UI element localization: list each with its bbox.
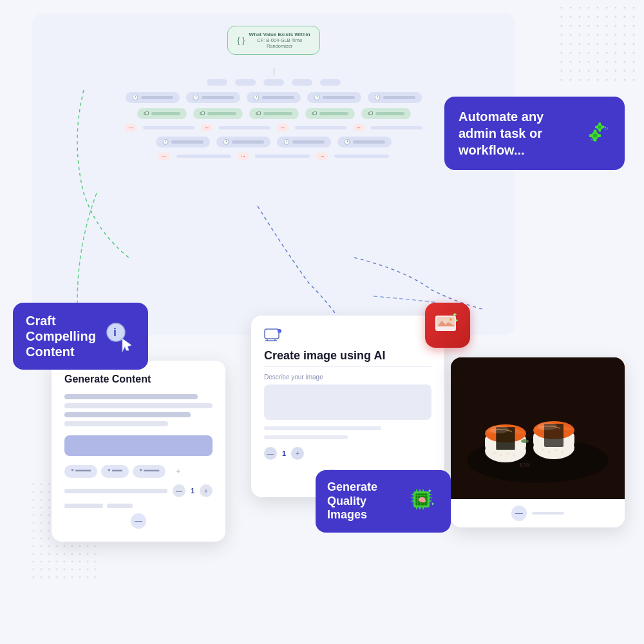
workflow-tag-node: 🏷 [137,108,187,119]
workflow-top-node: { } What Value Exists Within CF: B-004-G… [227,26,319,55]
svg-text:↺: ↺ [591,137,594,142]
workflow-clock-node: 🕐 [368,92,422,103]
workflow-red-node: ··· [316,153,328,160]
svg-rect-1 [560,6,638,84]
ai-image-icon-box: ✦ ✦ [425,303,470,348]
describe-input[interactable] [264,384,431,420]
workflow-pill [292,79,312,86]
card-minus-button[interactable]: — [131,513,146,529]
ai-chip-icon: 🧠 ✦ ✦ [407,485,439,517]
content-textarea[interactable] [64,435,213,456]
svg-text:✦: ✦ [452,311,457,318]
workflow-clock-node: 🕐 [216,137,270,147]
svg-point-77 [521,439,529,443]
divider [264,366,431,367]
img-counter-plus[interactable]: + [291,447,304,460]
main-container: { } What Value Exists Within CF: B-004-G… [0,0,644,644]
svg-rect-13 [598,134,601,137]
craft-badge-text: Craft Compelling Content [26,313,98,359]
svg-point-3 [598,126,601,129]
chip-3[interactable]: ● ▬▬▬ [133,465,166,478]
svg-point-73 [542,449,544,451]
workflow-panel: { } What Value Exists Within CF: B-004-G… [32,13,515,335]
workflow-red-node: ··· [277,124,289,131]
svg-point-69 [494,452,496,454]
workflow-red-node: ··· [125,124,137,131]
svg-text:✦: ✦ [455,318,459,323]
content-line [64,394,198,399]
svg-text:✦: ✦ [428,488,432,494]
card-bottom-row: — [64,513,213,529]
workflow-pill [207,79,227,86]
svg-point-75 [555,450,557,451]
svg-text:KNS: KNS [520,462,530,468]
svg-point-76 [562,451,564,453]
img-counter-value: 1 [282,450,286,457]
svg-point-68 [538,422,557,430]
svg-rect-27 [265,329,279,339]
svg-rect-4 [598,122,601,126]
create-image-title: Create image using AI [264,349,431,363]
workflow-clock-node: 🕐 [337,137,392,147]
workflow-clock-node: 🕐 [186,92,240,103]
svg-rect-10 [594,130,597,133]
svg-rect-5 [598,129,601,132]
craft-badge: Craft Compelling Content i [13,303,148,370]
content-line [64,412,191,417]
counter-row: — 1 + [64,484,213,497]
svg-rect-7 [601,126,605,129]
counter-plus-btn[interactable]: + [200,484,213,497]
workflow-pill [235,79,256,86]
workflow-red-node: ··· [238,153,249,160]
workflow-clock-node: 🕐 [247,92,301,103]
svg-point-24 [450,318,452,321]
svg-point-67 [489,426,509,433]
create-image-top-icon: + [264,328,431,344]
generate-content-title: Generate Content [64,374,213,385]
workflow-clock-node: 🕐 [307,92,361,103]
workflow-clock-node: 🕐 [156,137,210,147]
chip-2[interactable]: ● ▬▬ [101,465,129,478]
svg-text:i: i [113,326,117,339]
counter-value: 1 [191,487,194,495]
content-line [64,403,213,408]
svg-point-72 [513,455,515,457]
svg-text:✦: ✦ [431,502,435,506]
image-counter-row: — 1 + [264,447,431,460]
sushi-card: KNS — [451,357,625,527]
sushi-card-bottom: — [451,499,625,527]
svg-point-71 [507,453,509,455]
automate-badge-text: Automate any admin task or workflow... [459,108,580,158]
grid-dots-decoration [560,6,638,84]
workflow-tag-node: 🏷 [193,108,243,119]
img-counter-minus[interactable]: — [264,447,277,460]
svg-point-70 [500,455,502,457]
chips-row: ● ▬▬▬ ● ▬▬ ● ▬▬▬ + [64,465,213,478]
workflow-pill [320,79,341,86]
workflow-tag-node: 🏷 [249,108,299,119]
workflow-pill [263,79,284,86]
svg-marker-18 [122,339,131,352]
chip-add[interactable]: + [169,465,187,478]
content-line [64,421,168,426]
workflow-clock-node: 🕐 [126,92,180,103]
counter-minus-btn[interactable]: — [173,484,185,497]
svg-text:🧠: 🧠 [418,496,426,504]
sushi-image: KNS [451,357,625,499]
info-cursor-icon: i [104,321,135,352]
top-node-text: What Value Exists Within [249,32,310,37]
workflow-red-node: ··· [158,153,170,160]
describe-label: Describe your image [264,374,431,381]
svg-point-74 [549,451,551,453]
chip-1[interactable]: ● ▬▬▬ [64,465,97,478]
workflow-red-node: ··· [201,124,213,131]
workflow-red-node: ··· [353,124,365,131]
generate-content-card: Generate Content ● ▬▬▬ ● ▬▬ ● ▬▬▬ + — 1 … [52,361,225,542]
workflow-tag-node: 🏷 [361,108,411,119]
svg-rect-6 [595,126,598,129]
sushi-minus-btn[interactable]: — [511,506,527,521]
workflow-tag-node: 🏷 [305,108,355,119]
svg-text:↻: ↻ [604,125,609,131]
generate-quality-text: Generate Quality Images [327,480,401,522]
automate-badge: Automate any admin task or workflow... [444,97,625,170]
